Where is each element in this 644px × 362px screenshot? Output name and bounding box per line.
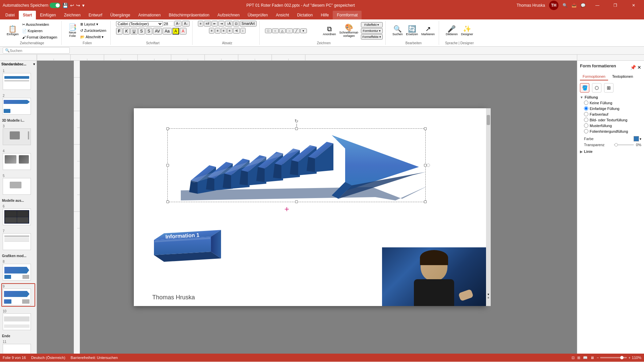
panel-pin-icon[interactable]: 📌 — [630, 65, 636, 70]
qat-save[interactable]: 💾 — [62, 3, 68, 8]
linie-title[interactable]: ▶ Linie — [580, 149, 641, 154]
btn-zuruecksetzen[interactable]: ↺ Zurücksetzen — [79, 28, 108, 34]
tab-zeichnen[interactable]: Zeichnen — [60, 11, 85, 19]
panel-tab-formoptionen[interactable]: Formoptionen — [580, 73, 608, 80]
option-muster[interactable]: Musterfüllung — [584, 123, 641, 128]
shape-oval[interactable]: ○ — [272, 28, 279, 33]
zoom-thumb[interactable] — [620, 356, 624, 359]
scrollbar-thumb[interactable] — [487, 115, 490, 125]
tab-hilfe[interactable]: Hilfe — [317, 11, 333, 19]
tab-aufzeichnen[interactable]: Aufzeichnen — [213, 11, 244, 19]
btn-einfuegen[interactable]: 📋 Einfügen — [5, 25, 20, 37]
slide-thumb-2[interactable]: 2 — [1, 93, 35, 116]
transparenz-slider[interactable] — [614, 144, 634, 145]
btn-underline[interactable]: U — [130, 28, 138, 35]
color-swatch[interactable] — [634, 136, 639, 141]
slide-thumb-7[interactable]: 7 — [1, 228, 35, 251]
font-size-input[interactable] — [164, 21, 174, 26]
qat-undo[interactable]: ↩ — [70, 3, 74, 8]
slide-thumb-1[interactable]: 1 — [1, 68, 35, 91]
slide-thumb-10[interactable]: 10 — [1, 308, 35, 331]
btn-ausschneiden[interactable]: ✂ Ausschneiden — [21, 22, 59, 27]
shape-line[interactable]: ╱ — [293, 28, 300, 33]
btn-indent-less[interactable]: ⇤ — [212, 21, 218, 26]
tab-einfuegen[interactable]: Einfügen — [36, 11, 60, 19]
linie-collapse-arrow[interactable]: ▶ — [580, 150, 583, 154]
option-keine-fuellung[interactable]: Keine Füllung — [584, 101, 641, 105]
slide-thumb-8[interactable]: 8 — [1, 258, 35, 282]
btn-smartart[interactable]: SmartArt — [240, 21, 256, 26]
handle-adjust[interactable] — [427, 164, 430, 167]
slide-panel[interactable]: Standardabsc... ▾ 1 2 3D Modelle i... 3 — [0, 61, 37, 354]
panel-close-icon[interactable]: ✕ — [637, 65, 641, 70]
slide-thumb-4[interactable]: 4 — [1, 148, 35, 171]
scroll-expand[interactable]: ≡ — [488, 296, 489, 299]
tab-formformat[interactable]: Formformat — [333, 11, 362, 19]
btn-highlight[interactable]: A — [172, 28, 179, 35]
btn-diktieren[interactable]: 🎤 Diktieren — [444, 25, 459, 37]
btn-justify[interactable]: ≡ — [227, 28, 232, 34]
tab-start[interactable]: Start — [19, 11, 36, 19]
option-bild-textur[interactable]: Bild- oder Texturfüllung — [584, 118, 641, 122]
minimize-button[interactable]: — — [590, 0, 605, 11]
zoom-slider[interactable] — [600, 357, 627, 358]
btn-neue-folie[interactable]: 📑 NeueFolie — [67, 23, 78, 38]
shape-arrow-r[interactable]: → — [286, 28, 293, 33]
btn-case[interactable]: Aa — [163, 28, 172, 35]
search-box[interactable]: 🔍 — [3, 47, 70, 54]
btn-italic[interactable]: K — [123, 28, 130, 35]
btn-font-shrink[interactable]: A↓ — [182, 21, 190, 26]
comments-icon[interactable]: 💬 — [581, 3, 586, 8]
btn-text-direction[interactable]: ↕A — [225, 21, 232, 26]
layout-icon[interactable]: ⊞ — [604, 83, 613, 93]
btn-strikethrough[interactable]: S — [138, 28, 145, 35]
zoom-level[interactable]: 110% — [632, 356, 641, 360]
btn-kopieren[interactable]: 📄 Kopieren — [21, 28, 59, 34]
zoom-in-icon[interactable]: + — [628, 356, 630, 360]
slide-thumb-11[interactable]: 11 — [1, 339, 35, 354]
shape-triangle[interactable]: △ — [279, 28, 286, 33]
option-farbverlauf[interactable]: Farbverlauf — [584, 112, 641, 116]
fuellung-title[interactable]: ▼ Füllung — [580, 95, 641, 99]
tab-dictation[interactable]: Dictation — [293, 11, 317, 19]
panel-tab-textoptionen[interactable]: Textoptionen — [609, 73, 636, 80]
slide-canvas[interactable]: ↻ — [134, 108, 486, 306]
autosave-toggle[interactable] — [50, 3, 60, 8]
tab-ueberpruefen[interactable]: Überprüfen — [244, 11, 272, 19]
color-dropdown[interactable]: ▾ — [640, 137, 641, 141]
slide-thumb-9[interactable]: 9 — [1, 283, 35, 307]
fill-icon[interactable]: 🪣 — [580, 83, 589, 93]
scrollbar-v[interactable]: ▼ ≡ — [486, 108, 491, 306]
qat-more[interactable]: ▾ — [82, 3, 85, 8]
btn-suchen[interactable]: 🔍 Suchen — [391, 25, 404, 37]
slider-thumb[interactable] — [614, 143, 618, 146]
btn-shadow[interactable]: S — [146, 28, 152, 35]
btn-indent-more[interactable]: ⇥ — [218, 21, 224, 26]
search-icon[interactable]: 🔍 — [562, 3, 568, 8]
btn-bold[interactable]: F — [116, 28, 122, 35]
slide-thumb-3[interactable]: 3 — [1, 123, 35, 146]
tab-animationen[interactable]: Animationen — [134, 11, 165, 19]
language-info[interactable]: Deutsch (Österreich) — [31, 356, 65, 360]
effects-icon[interactable]: ⬡ — [592, 83, 601, 93]
tab-praesentation[interactable]: Bildschirmpräsentation — [165, 11, 213, 19]
slide-thumb-5[interactable]: 5 — [1, 173, 35, 196]
btn-font-grow[interactable]: A↑ — [174, 21, 182, 26]
btn-format-uebertragen[interactable]: 🖌 Format übertragen — [21, 35, 59, 40]
btn-list-bullet[interactable]: ≡ — [198, 21, 203, 26]
btn-formkontur[interactable]: Formkontur ▾ — [361, 28, 383, 34]
tab-datei[interactable]: Datei — [1, 11, 19, 19]
shape-rect[interactable]: □ — [265, 28, 272, 33]
btn-line-spacing[interactable]: ↕ — [240, 28, 246, 34]
close-button[interactable]: ✕ — [626, 0, 641, 11]
tab-ansicht[interactable]: Ansicht — [272, 11, 293, 19]
view-reading-icon[interactable]: 📖 — [583, 356, 588, 360]
tab-entwurf[interactable]: Entwurf — [85, 11, 106, 19]
btn-formeffekte[interactable]: Formeffekte ▾ — [361, 34, 383, 40]
btn-char-spacing[interactable]: AV — [153, 28, 162, 35]
arrow-container[interactable]: ↻ — [167, 128, 426, 202]
tab-uebergaenge[interactable]: Übergänge — [106, 11, 134, 19]
fuellung-collapse-arrow[interactable]: ▼ — [580, 96, 583, 99]
btn-ersetzen[interactable]: 🔄 Ersetzen — [405, 25, 419, 37]
font-selector[interactable]: Calibri (Textkörper) — [116, 21, 163, 26]
